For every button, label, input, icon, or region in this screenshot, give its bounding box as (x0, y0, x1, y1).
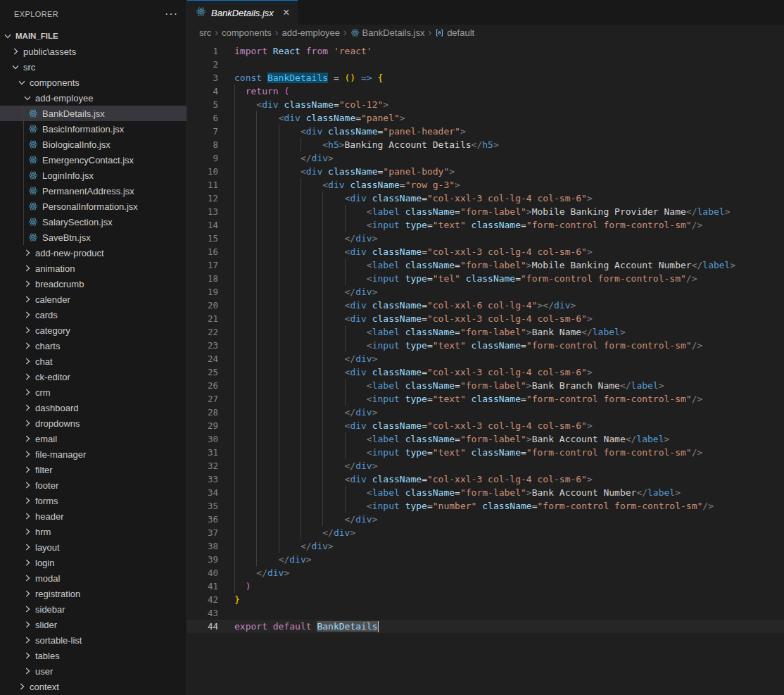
chevron-down-icon[interactable] (22, 92, 33, 104)
chevron-right-icon[interactable] (22, 247, 33, 258)
chevron-right-icon[interactable] (22, 418, 33, 429)
code-line-7[interactable]: 7 <div className="panel-header"> (187, 125, 784, 138)
code-line-37[interactable]: 37 </div> (187, 526, 784, 539)
chevron-down-icon[interactable] (16, 77, 27, 88)
tree-item-personalinformation-jsx[interactable]: PersonalInformation.jsx (0, 199, 186, 214)
tree-item-forms[interactable]: forms (0, 493, 186, 508)
tree-item-footer[interactable]: footer (0, 477, 186, 493)
code-line-32[interactable]: 32 </div> (187, 459, 784, 472)
tree-item-slider[interactable]: slider (0, 617, 186, 632)
code-line-36[interactable]: 36 </div> (187, 513, 784, 526)
tree-item-logininfo-jsx[interactable]: LoginInfo.jsx (0, 168, 186, 183)
code-line-20[interactable]: 20 <div className="col-xxl-6 col-lg-4"><… (187, 299, 784, 312)
chevron-right-icon[interactable] (22, 449, 33, 460)
breadcrumb-item-src[interactable]: src (199, 27, 211, 38)
tree-item-registration[interactable]: registration (0, 586, 186, 601)
tree-item-context[interactable]: context (0, 679, 186, 694)
chevron-right-icon[interactable] (16, 681, 27, 692)
tree-item-sidebar[interactable]: sidebar (0, 601, 186, 617)
code-line-23[interactable]: 23 <input type="text" className="form-co… (187, 339, 784, 352)
tree-item-hrm[interactable]: hrm (0, 524, 186, 539)
breadcrumb-item-add-employee[interactable]: add-employee (282, 27, 340, 38)
chevron-right-icon[interactable] (22, 603, 33, 615)
code-line-38[interactable]: 38 </div> (187, 539, 784, 553)
tree-item-add-new-product[interactable]: add-new-product (0, 245, 186, 261)
code-line-17[interactable]: 17 <label className="form-label">Mobile … (187, 258, 784, 272)
chevron-right-icon[interactable] (22, 464, 33, 475)
tree-item-biologicalinfo-jsx[interactable]: BiologicalInfo.jsx (0, 137, 186, 152)
breadcrumb-item-components[interactable]: components (222, 27, 272, 38)
tree-item-add-employee[interactable]: add-employee (0, 90, 186, 106)
tree-item-category[interactable]: category (0, 323, 186, 338)
chevron-right-icon[interactable] (22, 495, 33, 506)
code-line-31[interactable]: 31 <input type="text" className="form-co… (187, 446, 784, 459)
code-line-13[interactable]: 13 <label className="form-label">Mobile … (187, 205, 784, 218)
code-line-2[interactable]: 2 (187, 58, 784, 71)
breadcrumb-item-default[interactable]: default (435, 27, 474, 38)
tree-item-src[interactable]: src (0, 59, 186, 75)
code-line-42[interactable]: 42} (187, 593, 784, 606)
code-line-3[interactable]: 3const BankDetails = () => { (187, 71, 784, 84)
code-line-26[interactable]: 26 <label className="form-label">Bank Br… (187, 379, 784, 392)
code-line-18[interactable]: 18 <input type="tel" className="form-con… (187, 272, 784, 285)
tab-bankdetails[interactable]: BankDetails.jsx × (187, 0, 298, 25)
chevron-right-icon[interactable] (22, 480, 33, 491)
tree-item-header[interactable]: header (0, 508, 186, 524)
tree-item-cards[interactable]: cards (0, 307, 186, 323)
tree-item-components[interactable]: components (0, 75, 186, 90)
tree-item-savebtn-jsx[interactable]: SaveBtn.jsx (0, 230, 186, 245)
code-line-41[interactable]: 41 ) (187, 580, 784, 593)
tree-item-layout[interactable]: layout (0, 539, 186, 555)
tree-item-modal[interactable]: modal (0, 570, 186, 586)
chevron-right-icon[interactable] (22, 511, 33, 522)
code-line-29[interactable]: 29 <div className="col-xxl-3 col-lg-4 co… (187, 419, 784, 432)
code-line-35[interactable]: 35 <input type="number" className="form-… (187, 499, 784, 513)
chevron-right-icon[interactable] (22, 665, 33, 677)
chevron-down-icon[interactable] (10, 61, 21, 73)
code-line-9[interactable]: 9 </div> (187, 151, 784, 165)
code-line-14[interactable]: 14 <input type="text" className="form-co… (187, 218, 784, 232)
tree-item-charts[interactable]: charts (0, 338, 186, 353)
code-line-28[interactable]: 28 </div> (187, 406, 784, 419)
chevron-right-icon[interactable] (22, 356, 33, 367)
tree-item-dropdowns[interactable]: dropdowns (0, 415, 186, 431)
code-line-11[interactable]: 11 <div className="row g-3"> (187, 178, 784, 192)
chevron-right-icon[interactable] (22, 325, 33, 336)
code-line-43[interactable]: 43 (187, 606, 784, 620)
code-line-12[interactable]: 12 <div className="col-xxl-3 col-lg-4 co… (187, 192, 784, 205)
code-line-24[interactable]: 24 </div> (187, 352, 784, 365)
code-line-15[interactable]: 15 </div> (187, 232, 784, 245)
tree-item-dashboard[interactable]: dashboard (0, 400, 186, 415)
chevron-right-icon[interactable] (22, 309, 33, 320)
code-line-21[interactable]: 21 <div className="col-xxl-3 col-lg-4 co… (187, 312, 784, 325)
code-line-30[interactable]: 30 <label className="form-label">Bank Ac… (187, 432, 784, 446)
code-line-27[interactable]: 27 <input type="text" className="form-co… (187, 392, 784, 406)
tree-item-permanentaddress-jsx[interactable]: PermanentAddress.jsx (0, 183, 186, 199)
tree-item-salarysection-jsx[interactable]: SalarySection.jsx (0, 214, 186, 230)
breadcrumb-item-bankdetails-jsx[interactable]: BankDetails.jsx (350, 27, 425, 38)
chevron-right-icon[interactable] (22, 650, 33, 661)
chevron-right-icon[interactable] (22, 588, 33, 599)
chevron-right-icon[interactable] (22, 294, 33, 305)
tree-item-basicinformation-jsx[interactable]: BasicInformation.jsx (0, 121, 186, 137)
more-actions-icon[interactable]: ··· (165, 11, 178, 18)
code-line-1[interactable]: 1import React from 'react' (187, 44, 784, 58)
chevron-right-icon[interactable] (22, 278, 33, 289)
code-line-19[interactable]: 19 </div> (187, 285, 784, 299)
code-line-16[interactable]: 16 <div className="col-xxl-3 col-lg-4 co… (187, 245, 784, 258)
close-icon[interactable]: × (283, 6, 289, 19)
code-line-39[interactable]: 39 </div> (187, 553, 784, 566)
code-line-22[interactable]: 22 <label className="form-label">Bank Na… (187, 325, 784, 339)
code-line-6[interactable]: 6 <div className="panel"> (187, 111, 784, 125)
tree-item-chat[interactable]: chat (0, 353, 186, 369)
tree-item-ck-editor[interactable]: ck-editor (0, 369, 186, 384)
tree-item-file-manager[interactable]: file-manager (0, 446, 186, 462)
code-line-5[interactable]: 5 <div className="col-12"> (187, 98, 784, 111)
editor-code[interactable]: 1import React from 'react'23const BankDe… (187, 40, 784, 695)
code-line-10[interactable]: 10 <div className="panel-body"> (187, 165, 784, 178)
chevron-right-icon[interactable] (22, 572, 33, 584)
tree-item-crm[interactable]: crm (0, 384, 186, 400)
chevron-right-icon[interactable] (22, 371, 33, 382)
chevron-right-icon[interactable] (10, 46, 21, 57)
code-line-8[interactable]: 8 <h5>Banking Account Details</h5> (187, 138, 784, 151)
